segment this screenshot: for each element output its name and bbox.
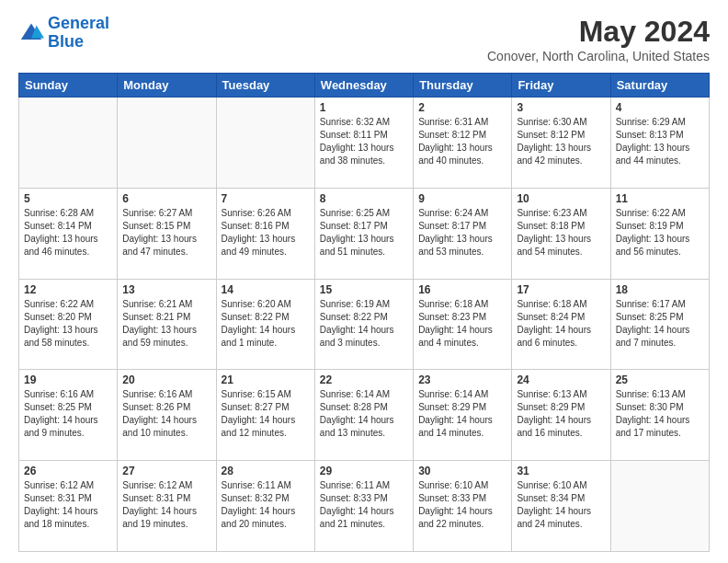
calendar-cell: 13Sunrise: 6:21 AM Sunset: 8:21 PM Dayli… (118, 279, 216, 370)
day-info: Sunrise: 6:16 AM Sunset: 8:26 PM Dayligh… (122, 388, 210, 440)
day-header-saturday: Saturday (610, 74, 709, 98)
day-number: 23 (418, 373, 506, 386)
logo-text: General Blue (48, 15, 109, 52)
day-number: 19 (24, 373, 112, 386)
calendar-week-0: 1Sunrise: 6:32 AM Sunset: 8:11 PM Daylig… (19, 98, 710, 189)
day-info: Sunrise: 6:11 AM Sunset: 8:33 PM Dayligh… (320, 479, 408, 531)
calendar-cell: 24Sunrise: 6:13 AM Sunset: 8:29 PM Dayli… (512, 370, 610, 461)
calendar-cell: 15Sunrise: 6:19 AM Sunset: 8:22 PM Dayli… (314, 279, 413, 370)
calendar-cell: 31Sunrise: 6:10 AM Sunset: 8:34 PM Dayli… (512, 461, 610, 552)
day-header-monday: Monday (118, 74, 216, 98)
calendar-week-1: 5Sunrise: 6:28 AM Sunset: 8:14 PM Daylig… (19, 188, 710, 279)
day-number: 29 (320, 465, 408, 477)
day-number: 12 (24, 283, 112, 296)
calendar-cell: 7Sunrise: 6:26 AM Sunset: 8:16 PM Daylig… (216, 188, 314, 279)
day-info: Sunrise: 6:13 AM Sunset: 8:29 PM Dayligh… (517, 388, 605, 440)
logo-blue: Blue (48, 32, 84, 51)
day-info: Sunrise: 6:26 AM Sunset: 8:16 PM Dayligh… (222, 207, 310, 259)
calendar-cell (216, 98, 314, 189)
day-info: Sunrise: 6:29 AM Sunset: 8:13 PM Dayligh… (616, 116, 704, 167)
calendar-cell (118, 98, 216, 189)
calendar-cell: 29Sunrise: 6:11 AM Sunset: 8:33 PM Dayli… (314, 461, 413, 552)
calendar-cell: 19Sunrise: 6:16 AM Sunset: 8:25 PM Dayli… (19, 370, 118, 461)
calendar-cell: 23Sunrise: 6:14 AM Sunset: 8:29 PM Dayli… (414, 370, 512, 461)
logo-general: General (48, 14, 109, 32)
day-info: Sunrise: 6:11 AM Sunset: 8:32 PM Dayligh… (222, 479, 310, 531)
month-title: May 2024 (487, 15, 710, 49)
day-info: Sunrise: 6:12 AM Sunset: 8:31 PM Dayligh… (122, 479, 210, 531)
day-header-thursday: Thursday (414, 74, 512, 98)
day-number: 27 (122, 465, 210, 477)
calendar-cell: 11Sunrise: 6:22 AM Sunset: 8:19 PM Dayli… (610, 188, 709, 279)
day-number: 4 (616, 101, 704, 114)
day-info: Sunrise: 6:32 AM Sunset: 8:11 PM Dayligh… (320, 116, 408, 167)
logo: General Blue (18, 15, 109, 52)
day-number: 30 (418, 465, 506, 477)
day-info: Sunrise: 6:25 AM Sunset: 8:17 PM Dayligh… (320, 207, 408, 259)
day-number: 9 (418, 192, 506, 205)
day-number: 6 (122, 192, 210, 205)
day-number: 18 (616, 283, 704, 296)
day-number: 15 (320, 283, 408, 296)
day-number: 16 (418, 283, 506, 296)
calendar-table: SundayMondayTuesdayWednesdayThursdayFrid… (18, 73, 710, 552)
day-header-friday: Friday (512, 74, 610, 98)
calendar-cell: 12Sunrise: 6:22 AM Sunset: 8:20 PM Dayli… (19, 279, 118, 370)
day-number: 31 (517, 465, 605, 477)
calendar-cell: 28Sunrise: 6:11 AM Sunset: 8:32 PM Dayli… (216, 461, 314, 552)
calendar-cell: 27Sunrise: 6:12 AM Sunset: 8:31 PM Dayli… (118, 461, 216, 552)
day-number: 3 (517, 101, 605, 114)
day-info: Sunrise: 6:22 AM Sunset: 8:19 PM Dayligh… (616, 207, 704, 259)
day-number: 2 (418, 101, 506, 114)
day-info: Sunrise: 6:14 AM Sunset: 8:28 PM Dayligh… (320, 388, 408, 440)
day-number: 22 (320, 373, 408, 386)
calendar-cell: 5Sunrise: 6:28 AM Sunset: 8:14 PM Daylig… (19, 188, 118, 279)
day-number: 24 (517, 373, 605, 386)
day-number: 10 (517, 192, 605, 205)
calendar-cell: 16Sunrise: 6:18 AM Sunset: 8:23 PM Dayli… (414, 279, 512, 370)
title-block: May 2024 Conover, North Carolina, United… (487, 15, 710, 63)
calendar-cell: 21Sunrise: 6:15 AM Sunset: 8:27 PM Dayli… (216, 370, 314, 461)
header: General Blue May 2024 Conover, North Car… (18, 15, 710, 63)
day-info: Sunrise: 6:19 AM Sunset: 8:22 PM Dayligh… (320, 298, 408, 350)
calendar-cell: 9Sunrise: 6:24 AM Sunset: 8:17 PM Daylig… (414, 188, 512, 279)
calendar-cell: 18Sunrise: 6:17 AM Sunset: 8:25 PM Dayli… (610, 279, 709, 370)
day-info: Sunrise: 6:17 AM Sunset: 8:25 PM Dayligh… (616, 298, 704, 350)
calendar-cell: 8Sunrise: 6:25 AM Sunset: 8:17 PM Daylig… (314, 188, 413, 279)
calendar-cell: 10Sunrise: 6:23 AM Sunset: 8:18 PM Dayli… (512, 188, 610, 279)
calendar-cell: 1Sunrise: 6:32 AM Sunset: 8:11 PM Daylig… (314, 98, 413, 189)
day-info: Sunrise: 6:31 AM Sunset: 8:12 PM Dayligh… (418, 116, 506, 167)
day-info: Sunrise: 6:13 AM Sunset: 8:30 PM Dayligh… (616, 388, 704, 440)
day-header-sunday: Sunday (19, 74, 118, 98)
calendar-week-2: 12Sunrise: 6:22 AM Sunset: 8:20 PM Dayli… (19, 279, 710, 370)
day-info: Sunrise: 6:18 AM Sunset: 8:23 PM Dayligh… (418, 298, 506, 350)
day-info: Sunrise: 6:14 AM Sunset: 8:29 PM Dayligh… (418, 388, 506, 440)
calendar-cell: 26Sunrise: 6:12 AM Sunset: 8:31 PM Dayli… (19, 461, 118, 552)
calendar-cell (610, 461, 709, 552)
day-info: Sunrise: 6:30 AM Sunset: 8:12 PM Dayligh… (517, 116, 605, 167)
day-info: Sunrise: 6:10 AM Sunset: 8:33 PM Dayligh… (418, 479, 506, 531)
day-info: Sunrise: 6:12 AM Sunset: 8:31 PM Dayligh… (24, 479, 112, 531)
calendar-cell: 17Sunrise: 6:18 AM Sunset: 8:24 PM Dayli… (512, 279, 610, 370)
day-info: Sunrise: 6:16 AM Sunset: 8:25 PM Dayligh… (24, 388, 112, 440)
day-number: 11 (616, 192, 704, 205)
calendar-week-3: 19Sunrise: 6:16 AM Sunset: 8:25 PM Dayli… (19, 370, 710, 461)
day-number: 28 (222, 465, 310, 477)
calendar-cell: 20Sunrise: 6:16 AM Sunset: 8:26 PM Dayli… (118, 370, 216, 461)
calendar-header-row: SundayMondayTuesdayWednesdayThursdayFrid… (19, 74, 710, 98)
calendar-cell: 14Sunrise: 6:20 AM Sunset: 8:22 PM Dayli… (216, 279, 314, 370)
calendar-cell: 2Sunrise: 6:31 AM Sunset: 8:12 PM Daylig… (414, 98, 512, 189)
page: General Blue May 2024 Conover, North Car… (0, 0, 728, 563)
day-info: Sunrise: 6:10 AM Sunset: 8:34 PM Dayligh… (517, 479, 605, 531)
day-info: Sunrise: 6:20 AM Sunset: 8:22 PM Dayligh… (222, 298, 310, 350)
day-number: 20 (122, 373, 210, 386)
day-number: 13 (122, 283, 210, 296)
day-header-tuesday: Tuesday (216, 74, 314, 98)
day-info: Sunrise: 6:24 AM Sunset: 8:17 PM Dayligh… (418, 207, 506, 259)
day-header-wednesday: Wednesday (314, 74, 413, 98)
calendar-cell (19, 98, 118, 189)
day-number: 5 (24, 192, 112, 205)
calendar-week-4: 26Sunrise: 6:12 AM Sunset: 8:31 PM Dayli… (19, 461, 710, 552)
day-number: 17 (517, 283, 605, 296)
day-number: 7 (222, 192, 310, 205)
